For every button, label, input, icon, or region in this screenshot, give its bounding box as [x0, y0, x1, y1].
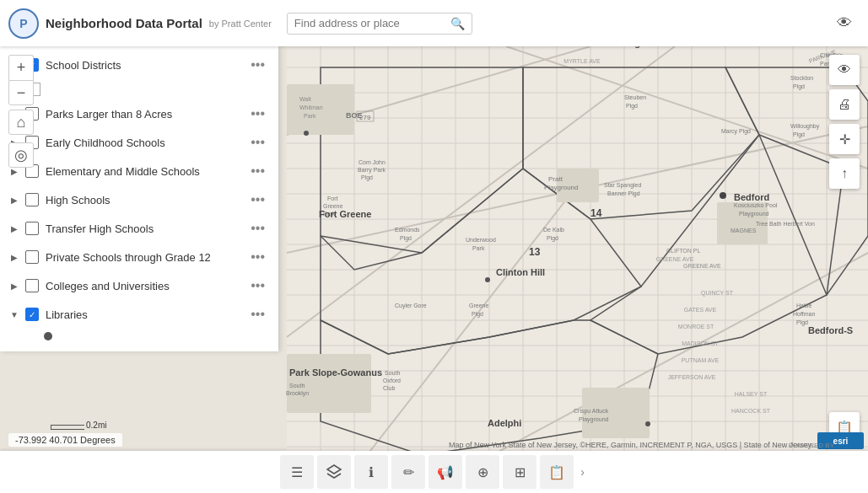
svg-text:Cuyler Gore: Cuyler Gore: [395, 303, 427, 309]
layer-label-parks: Parks Larger than 8 Acres: [46, 108, 240, 121]
layer-label-early-childhood: Early Childhood Schools: [46, 137, 240, 149]
by-label: by Pratt Center: [209, 19, 272, 29]
svg-text:South: South: [385, 370, 400, 376]
svg-text:Crispu Attuck: Crispu Attuck: [574, 408, 609, 415]
hide-layer-button[interactable]: 👁: [829, 55, 860, 85]
layer-libraries[interactable]: ▼ Libraries •••: [0, 300, 278, 329]
svg-text:Com John: Com John: [359, 159, 385, 165]
svg-text:Park: Park: [472, 245, 485, 251]
layer-early-childhood[interactable]: ▶ Early Childhood Schools •••: [0, 128, 278, 157]
zoom-in-button[interactable]: +: [8, 55, 34, 80]
expand-arrow-libraries: ▼: [10, 310, 19, 319]
svg-text:PUTNAM AVE: PUTNAM AVE: [682, 357, 720, 363]
top-bar: P Neighborhood Data Portal by Pratt Cent…: [0, 0, 868, 46]
svg-text:Park: Park: [323, 211, 336, 217]
layer-label-high-schools: High Schools: [46, 194, 240, 206]
svg-point-70: [645, 421, 650, 426]
layer-private-schools[interactable]: ▶ Private Schools through Grade 12 •••: [0, 243, 278, 271]
layer-label-elementary: Elementary and Middle Schools: [46, 165, 240, 178]
svg-text:Park: Park: [304, 113, 316, 119]
layer-colleges[interactable]: ▶ Colleges and Universities •••: [0, 271, 278, 300]
share-button[interactable]: ↑: [829, 158, 860, 189]
toolbar-menu-button[interactable]: ☰: [280, 455, 314, 489]
more-options-parks[interactable]: •••: [247, 106, 268, 121]
svg-point-69: [720, 192, 726, 199]
svg-point-68: [485, 277, 490, 282]
more-options-libraries[interactable]: •••: [247, 307, 268, 322]
layer-school-districts[interactable]: ▼ School Districts •••: [0, 51, 278, 79]
layer-parks[interactable]: ▶ Parks Larger than 8 Acres •••: [0, 99, 278, 128]
layers-panel: ▼ School Districts ••• ▶ Parks Larger th…: [0, 46, 278, 351]
search-icon[interactable]: 🔍: [450, 17, 465, 30]
more-options-elementary[interactable]: •••: [247, 163, 268, 179]
svg-text:Playground: Playground: [544, 184, 578, 191]
svg-text:Whitman: Whitman: [299, 104, 323, 110]
svg-text:De Kalb: De Kalb: [543, 227, 564, 233]
toolbar-notify-button[interactable]: 📢: [429, 455, 462, 489]
checkbox-colleges[interactable]: [25, 279, 39, 292]
svg-text:GREENE AVE: GREENE AVE: [683, 263, 721, 269]
svg-text:Kosciuszko Pool: Kosciuszko Pool: [734, 202, 778, 208]
svg-text:CLIFTON PL: CLIFTON PL: [666, 248, 700, 254]
checkbox-libraries[interactable]: [25, 308, 39, 321]
svg-text:HALSEY ST: HALSEY ST: [735, 391, 768, 397]
svg-text:Brooklyn: Brooklyn: [286, 390, 309, 397]
toolbar-grid-button[interactable]: ⊞: [503, 455, 536, 489]
compass-button[interactable]: ✛: [829, 124, 860, 154]
svg-text:Plgd: Plgd: [793, 83, 805, 90]
svg-text:279: 279: [359, 114, 371, 121]
svg-text:Hattie: Hattie: [796, 303, 811, 308]
svg-text:Plgd: Plgd: [796, 319, 808, 326]
svg-text:Plgd: Plgd: [361, 174, 373, 181]
layer-high-schools[interactable]: ▶ High Schools •••: [0, 185, 278, 214]
checkbox-transfer-high[interactable]: [25, 222, 39, 235]
svg-text:Plgd: Plgd: [472, 311, 483, 318]
toolbar-layers-button[interactable]: [317, 455, 351, 489]
layer-elementary[interactable]: ▶ Elementary and Middle Schools •••: [0, 157, 278, 185]
library-dot-row: [0, 329, 278, 347]
home-button[interactable]: ⌂: [8, 110, 34, 135]
right-controls: 👁 🖨 ✛ ↑: [829, 55, 860, 189]
svg-text:Hoffman: Hoffman: [793, 311, 815, 317]
more-options-high-schools[interactable]: •••: [247, 192, 268, 207]
toolbar-report-button[interactable]: 📋: [540, 455, 574, 489]
svg-text:Willoughby: Willoughby: [790, 123, 820, 130]
toolbar-info-button[interactable]: ℹ: [354, 455, 388, 489]
svg-text:Plgd: Plgd: [626, 103, 638, 110]
more-options-colleges[interactable]: •••: [247, 278, 268, 293]
svg-text:Playground: Playground: [579, 416, 609, 423]
svg-text:Marcy Plgd: Marcy Plgd: [721, 128, 751, 135]
zoom-controls: + −: [8, 55, 34, 105]
zoom-out-button[interactable]: −: [8, 80, 34, 105]
search-input[interactable]: [294, 17, 450, 29]
more-options-early-childhood[interactable]: •••: [247, 135, 268, 150]
toolbar-network-button[interactable]: ⊕: [466, 455, 499, 489]
map-attribution: Map of New York State of New Jersey, ©HE…: [449, 441, 817, 449]
layer-label-private-schools: Private Schools through Grade 12: [46, 251, 240, 264]
svg-text:Stockton: Stockton: [790, 75, 813, 81]
svg-text:MADISON ST: MADISON ST: [682, 340, 719, 346]
svg-text:Oxford: Oxford: [383, 378, 401, 383]
hide-panel-button[interactable]: 👁: [829, 8, 860, 39]
svg-text:Walt: Walt: [299, 96, 311, 102]
district-icon-row: [0, 79, 278, 99]
toolbar-edit-button[interactable]: ✏: [391, 455, 425, 489]
print-button[interactable]: 🖨: [829, 89, 860, 120]
svg-text:MYRTLE AVE: MYRTLE AVE: [563, 58, 601, 64]
more-options-school-districts[interactable]: •••: [247, 57, 268, 72]
svg-text:South: South: [289, 383, 305, 389]
svg-text:Greene: Greene: [469, 303, 488, 308]
more-options-transfer-high[interactable]: •••: [247, 221, 268, 236]
svg-marker-116: [327, 465, 341, 474]
checkbox-private-schools[interactable]: [25, 250, 39, 264]
svg-text:Greene: Greene: [323, 203, 342, 209]
svg-text:Playground: Playground: [739, 211, 769, 217]
svg-text:GATES AVE: GATES AVE: [684, 307, 717, 313]
layer-label-colleges: Colleges and Universities: [46, 280, 240, 292]
expand-arrow-private-schools: ▶: [10, 253, 19, 262]
locate-button[interactable]: ◎: [8, 142, 34, 168]
layer-label-transfer-high: Transfer High Schools: [46, 222, 240, 235]
checkbox-high-schools[interactable]: [25, 193, 39, 206]
layer-transfer-high[interactable]: ▶ Transfer High Schools •••: [0, 214, 278, 243]
more-options-private-schools[interactable]: •••: [247, 249, 268, 265]
